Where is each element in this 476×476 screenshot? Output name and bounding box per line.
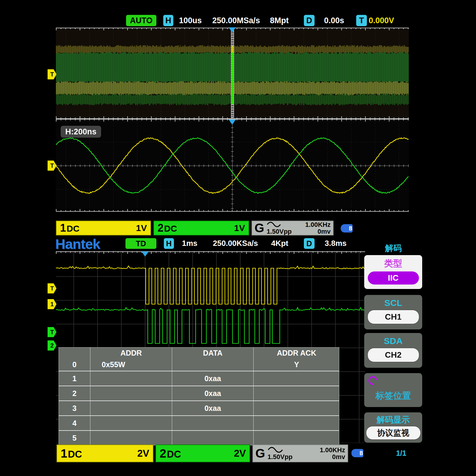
ch2-coupling: DC	[164, 224, 177, 233]
ch2-ground-marker[interactable]: 2	[48, 340, 56, 351]
memory-depth-2: 4Kpt	[271, 239, 288, 248]
row-index: 5	[59, 431, 90, 445]
scl-source-panel[interactable]: SCL CH1	[364, 295, 422, 329]
type-value-pill[interactable]: IIC	[368, 271, 419, 285]
generator-frequency: 1.00KHz	[320, 447, 345, 453]
header-ack: ADDR ACK	[254, 348, 340, 358]
ch2-scale: 2V	[234, 448, 246, 459]
horizontal-icon-2: H	[164, 238, 174, 249]
row-ack	[254, 401, 340, 415]
ch1-ground-marker[interactable]: 1	[48, 299, 56, 309]
hantek-logo: Hantek	[55, 236, 100, 252]
row-ack: Y	[254, 358, 340, 371]
delay-icon: D	[304, 15, 315, 26]
label-position-title: 标签位置	[376, 390, 411, 402]
row-ack	[254, 416, 340, 430]
generator-frequency: 1.00KHz	[305, 221, 331, 228]
ch1-number: 1	[61, 447, 67, 460]
table-row: 0 0x55W Y	[59, 358, 339, 371]
page-indicator: 1/1	[396, 449, 406, 458]
ch1-scale: 1V	[136, 223, 147, 233]
ch1-info-box[interactable]: 1DC 1V	[56, 221, 151, 235]
trigger-level-marker-ch1[interactable]: T	[48, 283, 56, 293]
usb-device-icon-2: B	[351, 449, 363, 457]
type-panel-title: 类型	[384, 257, 402, 270]
row-addr	[90, 416, 172, 430]
row-data: 0xaa	[172, 401, 254, 415]
table-row: 3 0xaa	[59, 400, 339, 415]
row-addr	[90, 386, 172, 400]
row-addr	[90, 371, 172, 386]
row-data	[172, 416, 254, 430]
row-data	[172, 431, 254, 445]
oscilloscope-screen: AUTO H 100us 250.00MSa/s 8Mpt D 0.00s T …	[0, 0, 476, 476]
sda-value-pill[interactable]: CH2	[367, 348, 419, 362]
row-data	[172, 358, 254, 371]
zoom-waveform-canvas	[56, 119, 409, 212]
ch1-coupling: DC	[68, 449, 82, 460]
row-ack	[254, 386, 340, 400]
ch2-info-box-2[interactable]: 2DC 2V	[155, 444, 250, 462]
delay-value: 0.00s	[324, 16, 344, 25]
header-data: DATA	[172, 348, 254, 358]
ch2-info-box[interactable]: 2DC 1V	[153, 221, 249, 235]
generator-amplitude: 1.50Vpp	[267, 228, 292, 235]
sample-rate-2: 250.00KSa/s	[213, 239, 258, 248]
generator-amplitude: 1.50Vpp	[268, 453, 293, 460]
sine-icon	[268, 447, 283, 453]
delay-value-2: 3.8ms	[325, 239, 347, 248]
decode-display-panel[interactable]: 解码显示 协议监视	[364, 412, 422, 443]
sda-panel-title: SDA	[384, 336, 403, 346]
row-addr: 0x55W	[90, 358, 172, 371]
scl-panel-title: SCL	[384, 298, 402, 308]
row-index: 3	[59, 401, 90, 415]
scl-value-pill[interactable]: CH1	[367, 310, 419, 324]
overview-waveform-canvas	[56, 28, 409, 119]
row-index: 0	[59, 358, 90, 371]
row-addr	[90, 431, 172, 445]
run-mode-badge[interactable]: AUTO	[126, 15, 156, 26]
timebase-value: 100us	[179, 16, 202, 25]
ch2-number: 2	[160, 447, 166, 460]
header-addr: ADDR	[90, 348, 172, 358]
trigger-level-marker-zoom[interactable]: T	[48, 161, 56, 171]
delay-icon-2: D	[304, 238, 315, 249]
sda-source-panel[interactable]: SDA CH2	[364, 333, 422, 368]
label-position-panel[interactable]: 标签位置	[364, 373, 422, 407]
ch2-scale: 1V	[234, 223, 245, 233]
sine-icon	[267, 222, 281, 227]
trigger-icon: T	[356, 15, 367, 26]
trigger-level-marker-top[interactable]: T	[48, 69, 56, 79]
memory-depth: 8Mpt	[270, 16, 289, 25]
ch1-coupling: DC	[67, 224, 79, 233]
ch2-coupling: DC	[167, 449, 181, 460]
row-ack	[254, 431, 340, 445]
zoom-timebase-label: H:200ns	[61, 126, 101, 138]
table-row: 4	[59, 415, 339, 430]
protocol-monitor-pill[interactable]: 协议监视	[366, 426, 421, 440]
row-data: 0xaa	[172, 371, 254, 386]
decode-result-table: ADDR DATA ADDR ACK 0 0x55W Y 1 0xaa 2 0x…	[59, 347, 339, 445]
generator-offset: 0mv	[318, 228, 331, 235]
table-header-row: ADDR DATA ADDR ACK	[59, 348, 339, 358]
ch1-info-box-2[interactable]: 1DC 2V	[56, 444, 153, 462]
td-mode-badge[interactable]: TD	[125, 238, 156, 249]
row-addr	[90, 401, 172, 415]
sample-rate: 250.00MSa/s	[212, 16, 260, 25]
decode-menu-title: 解码	[385, 243, 402, 254]
rotate-knob-icon	[367, 374, 379, 387]
generator-info-box[interactable]: G 1.00KHz 1.50Vpp 0mv	[252, 221, 334, 235]
ch1-scale: 2V	[137, 448, 149, 459]
decode-display-title: 解码显示	[377, 414, 410, 425]
trigger-level-value: 0.000V	[369, 16, 394, 25]
header-index	[59, 348, 90, 358]
decode-type-panel[interactable]: 类型 IIC	[364, 255, 422, 289]
generator-label: G	[255, 221, 264, 235]
table-row: 2 0xaa	[59, 386, 339, 400]
trigger-level-marker-ch2[interactable]: T	[48, 327, 56, 337]
row-ack	[254, 371, 340, 386]
row-data: 0xaa	[172, 386, 254, 400]
table-row: 5	[59, 430, 339, 445]
row-index: 1	[59, 371, 90, 386]
generator-info-box-2[interactable]: G 1.00KHz 1.50Vpp 0mv	[252, 444, 348, 462]
